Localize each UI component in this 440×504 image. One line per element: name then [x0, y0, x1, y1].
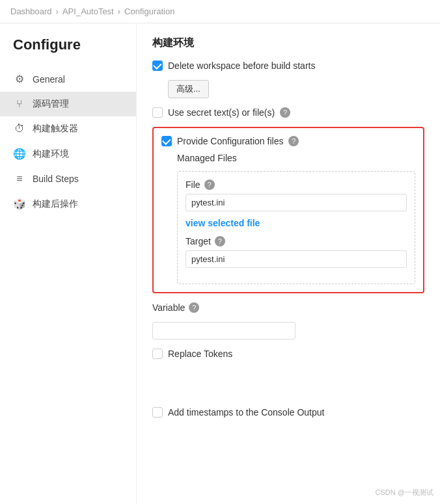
sidebar-label-build-steps: Build Steps [33, 174, 79, 184]
watermark: CSDN @一视测试 [376, 488, 433, 497]
breadcrumb-api[interactable]: API_AutoTest [62, 7, 114, 16]
managed-files-label: Managed Files [161, 153, 415, 163]
variable-label: Variable [152, 302, 185, 313]
gear-icon: ⚙ [13, 73, 26, 85]
sidebar-item-general[interactable]: ⚙ General [0, 66, 136, 92]
replace-tokens-checkbox[interactable] [152, 349, 163, 359]
advanced-button[interactable]: 高级... [168, 80, 209, 98]
sidebar-label-general: General [33, 74, 65, 85]
delete-workspace-row: Delete workspace before build starts [152, 60, 424, 71]
use-secret-checkbox[interactable] [152, 107, 163, 118]
clock-icon: ⏱ [13, 123, 26, 135]
delete-workspace-checkbox[interactable] [152, 60, 163, 71]
add-timestamps-checkbox[interactable] [152, 407, 163, 418]
replace-tokens-row: Replace Tokens [152, 349, 424, 359]
file-input[interactable] [186, 194, 407, 211]
variable-row: Variable ? [152, 302, 424, 339]
sidebar-item-trigger[interactable]: ⏱ 构建触发器 [0, 116, 136, 141]
provide-config-checkbox[interactable] [161, 136, 172, 146]
managed-files-box: File ? view selected file Target ? [177, 171, 415, 284]
sidebar-label-trigger: 构建触发器 [33, 123, 78, 135]
target-input[interactable] [186, 250, 407, 268]
section-title: 构建环境 [152, 36, 424, 50]
variable-input[interactable] [152, 322, 296, 339]
provide-config-box: Provide Configuration files ? Managed Fi… [152, 127, 424, 293]
file-help-icon[interactable]: ? [204, 179, 215, 190]
breadcrumb-sep2: › [118, 7, 120, 16]
sidebar-item-post-build[interactable]: 🎲 构建后操作 [0, 191, 136, 217]
variable-label-row: Variable ? [152, 302, 199, 313]
file-label-row: File ? [186, 179, 407, 190]
sidebar-item-source[interactable]: ⑂ 源码管理 [0, 92, 136, 116]
provide-config-label: Provide Configuration files [177, 136, 283, 146]
breadcrumb-sep1: › [56, 7, 59, 16]
list-icon: ≡ [13, 173, 26, 185]
use-secret-row: Use secret text(s) or file(s) ? [152, 107, 424, 118]
delete-workspace-label: Delete workspace before build starts [168, 60, 315, 71]
provide-config-help-icon[interactable]: ? [288, 136, 299, 146]
sidebar-label-source: 源码管理 [33, 98, 69, 110]
main-content: 构建环境 Delete workspace before build start… [137, 23, 440, 504]
use-secret-label: Use secret text(s) or file(s) [168, 107, 275, 118]
globe-icon: 🌐 [13, 148, 26, 160]
view-selected-file-link[interactable]: view selected file [186, 218, 260, 228]
replace-tokens-label: Replace Tokens [168, 349, 232, 359]
sidebar-label-post-build: 构建后操作 [33, 198, 78, 210]
add-timestamps-row: Add timestamps to the Console Output [152, 407, 424, 418]
branch-icon: ⑂ [13, 98, 26, 110]
file-label: File [186, 179, 200, 190]
add-timestamps-label: Add timestamps to the Console Output [168, 407, 324, 418]
variable-help-icon[interactable]: ? [189, 302, 199, 313]
breadcrumb: Dashboard › API_AutoTest › Configuration [0, 0, 440, 23]
sidebar-item-build-steps[interactable]: ≡ Build Steps [0, 166, 136, 191]
target-field-row: Target ? [186, 236, 407, 268]
target-label-row: Target ? [186, 236, 407, 246]
cube-icon: 🎲 [13, 198, 26, 210]
sidebar-title: Configure [0, 36, 136, 66]
sidebar-item-env[interactable]: 🌐 构建环境 [0, 141, 136, 166]
advanced-row: 高级... [152, 80, 424, 98]
file-field-row: File ? view selected file [186, 179, 407, 228]
sidebar-label-env: 构建环境 [33, 148, 69, 160]
target-help-icon[interactable]: ? [215, 236, 225, 246]
provide-config-row: Provide Configuration files ? [161, 136, 415, 146]
breadcrumb-dashboard[interactable]: Dashboard [10, 7, 52, 16]
target-label: Target [186, 236, 211, 246]
breadcrumb-config[interactable]: Configuration [124, 7, 174, 16]
sidebar: Configure ⚙ General ⑂ 源码管理 ⏱ 构建触发器 🌐 构建环… [0, 23, 137, 504]
use-secret-help-icon[interactable]: ? [280, 107, 290, 118]
